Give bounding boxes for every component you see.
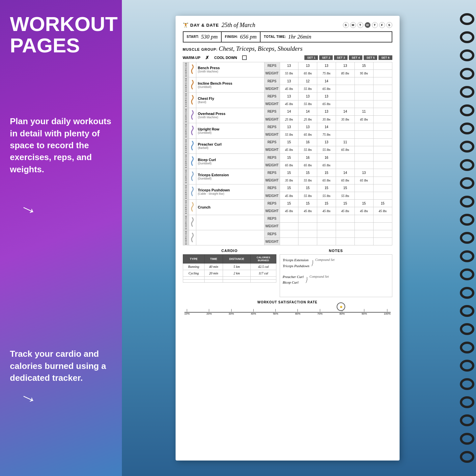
sat-70: 70%	[317, 309, 322, 315]
weight-set2	[298, 238, 317, 245]
weight-set4: 65 lbs	[336, 177, 354, 184]
left-panel: WORKOUT PAGES Plan your daily workouts i…	[0, 0, 122, 476]
weight-set6	[373, 115, 392, 123]
spiral-ring	[460, 305, 474, 317]
sat-40: 40%	[251, 309, 256, 315]
reps-set5	[354, 184, 373, 192]
weight-set2: 65 lbs	[298, 70, 317, 77]
weight-set3: 55 lbs	[317, 192, 336, 199]
time-row: START: 530 pm FINISH: 656 pm TOTAL TIME:…	[183, 31, 392, 42]
spiral-ring	[460, 86, 474, 98]
weight-set3	[317, 222, 336, 230]
exercise-name-cell: Overhead Press(Smith Machine)	[196, 108, 264, 123]
weight-set3: 55 lbs	[317, 146, 336, 154]
reps-set6	[373, 215, 392, 222]
weight-set3: 65 lbs	[317, 100, 336, 108]
warmup-row: WARM-UP ✗ COOL DOWN SET 1 SET 2 SET 3 SE…	[183, 55, 392, 60]
weight-set1: 45 lbs	[280, 85, 298, 93]
muscle-label: MUSCLE GROUP:	[183, 47, 218, 51]
reps-set6	[373, 154, 392, 161]
exercise-icon-col	[189, 93, 196, 108]
reps-label: REPS	[264, 93, 280, 100]
reps-set5: 15	[354, 62, 373, 70]
cardio-col-distance: DISTANCE	[223, 255, 250, 264]
weight-set5: 45 lbs	[354, 115, 373, 123]
reps-set6	[373, 138, 392, 146]
reps-label: REPS	[264, 62, 280, 70]
weight-set4	[336, 131, 354, 138]
reps-set1: 13	[280, 62, 298, 70]
weight-label: WEIGHT	[264, 161, 280, 169]
weight-set6	[373, 238, 392, 245]
exercise-icon-col	[189, 215, 196, 230]
warmup-label: WARM-UP	[183, 56, 201, 60]
spiral-ring	[460, 323, 474, 335]
spiral-ring	[460, 378, 474, 390]
cardio-table: TYPE TIME DISTANCE CALORIESBURNED Runnin…	[183, 254, 277, 283]
exercise-name-cell: Crunch	[196, 200, 264, 215]
reps-set3: 13	[317, 108, 336, 115]
weight-set1: 45 lbs	[280, 207, 298, 215]
day-s1: S	[343, 22, 349, 28]
weight-set4	[336, 222, 354, 230]
notes-title: NOTES	[280, 249, 392, 253]
weight-set1: 55 lbs	[280, 131, 298, 138]
sat-90: 90%	[362, 309, 367, 315]
exercise-icon-col	[189, 200, 196, 215]
exercise-label-col: EXERCISE	[183, 108, 189, 123]
weight-label: WEIGHT	[264, 207, 280, 215]
reps-set6	[373, 184, 392, 192]
reps-set4: 14	[336, 169, 354, 177]
weight-set4: 65 lbs	[336, 146, 354, 154]
reps-label: REPS	[264, 123, 280, 131]
exercise-icon-col	[189, 62, 196, 77]
cardio-cell-3-1	[205, 280, 223, 283]
weight-set5	[354, 100, 373, 108]
reps-label: REPS	[264, 108, 280, 115]
weight-set5	[354, 238, 373, 245]
day-date-row: 🏋 DAY & DATE 25th of March S M T W T F S	[183, 22, 392, 29]
weight-label: WEIGHT	[264, 131, 280, 138]
reps-set1: 13	[280, 123, 298, 131]
cardio-cell-2-2	[223, 277, 250, 280]
exercise-name-cell: Bicep Curl(Dumbbell)	[196, 154, 264, 169]
weight-set3: 35 lbs	[317, 115, 336, 123]
reps-set4: 14	[336, 108, 354, 115]
muscle-value: Chest, Triceps, Biceps, Shoulders	[219, 45, 302, 52]
muscle-row: MUSCLE GROUP: Chest, Triceps, Biceps, Sh…	[183, 45, 392, 52]
weight-set6	[373, 192, 392, 199]
exercise-label-col: EXERCISE	[183, 93, 189, 108]
exercise-label-col: EXERCISE	[183, 215, 189, 230]
notebook: 🏋 DAY & DATE 25th of March S M T W T F S…	[176, 16, 400, 461]
weight-set3: 65 lbs	[317, 161, 336, 169]
reps-set5	[354, 215, 373, 222]
exercise-name-cell: Bench Press(Smith Machine)	[196, 62, 264, 77]
reps-set5	[354, 230, 373, 238]
reps-set1: 14	[280, 108, 298, 115]
reps-label: REPS	[264, 184, 280, 192]
reps-set3: 14	[317, 123, 336, 131]
reps-label: REPS	[264, 230, 280, 238]
reps-label: REPS	[264, 200, 280, 207]
weight-set3: 75 lbs	[317, 131, 336, 138]
main-title: WORKOUT PAGES	[10, 13, 112, 56]
exercise-icon-col	[189, 77, 196, 92]
finish-label: FINISH:	[225, 35, 238, 39]
weight-label: WEIGHT	[264, 115, 280, 123]
days-row: S M T W T F S	[343, 22, 392, 28]
weight-set1: 45 lbs	[280, 100, 298, 108]
weight-label: WEIGHT	[264, 222, 280, 230]
reps-label: REPS	[264, 215, 280, 222]
reps-set3	[317, 215, 336, 222]
reps-set2: 14	[298, 108, 317, 115]
set4-header: SET 4	[349, 55, 362, 60]
exercise-name-cell	[196, 215, 264, 230]
exercise-icon-col	[189, 154, 196, 169]
cardio-cell-1-2: 2 km	[223, 270, 250, 277]
weight-set6	[373, 100, 392, 108]
cardio-cell-1-1: 20 min	[205, 270, 223, 277]
cardio-cell-2-3	[251, 277, 276, 280]
reps-set2: 13	[298, 62, 317, 70]
reps-set3: 13	[317, 93, 336, 100]
cooldown-checkbox[interactable]	[242, 55, 247, 60]
